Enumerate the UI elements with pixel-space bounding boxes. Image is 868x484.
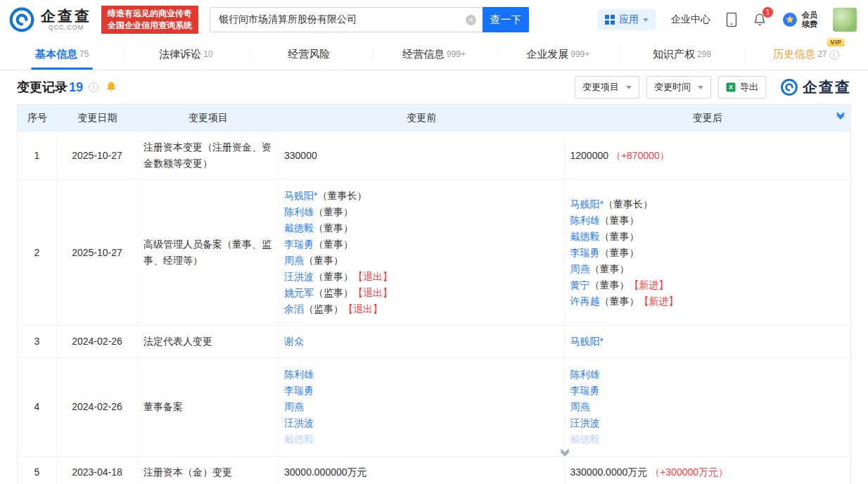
cell-line: 马贱阳*（董事长） xyxy=(284,188,559,204)
change-tag: 【退出】 xyxy=(353,287,392,298)
cell-text: （董事） xyxy=(314,222,353,234)
person-link[interactable]: 李瑞勇 xyxy=(570,247,600,258)
person-link[interactable]: 李瑞勇 xyxy=(570,385,600,396)
phone-icon xyxy=(726,12,737,27)
search-bar: × 查一下 xyxy=(210,7,529,32)
member-star-icon xyxy=(782,12,798,27)
person-link[interactable]: 汪洪波 xyxy=(570,417,600,428)
chevron-down-icon xyxy=(698,86,703,89)
info-icon[interactable]: i xyxy=(829,50,839,60)
person-link[interactable]: 马贱阳* xyxy=(284,190,317,201)
person-link[interactable]: 周燕 xyxy=(570,263,590,274)
tab-basic-info[interactable]: 基本信息 75 xyxy=(0,39,124,70)
table-row: 42024-02-26董事备案陈利雄李瑞勇周燕汪洪波戴德毅陈利雄李瑞勇周燕汪洪波… xyxy=(18,357,850,456)
cell-text: 1200000 xyxy=(570,150,611,161)
person-link[interactable]: 谢众 xyxy=(284,336,304,347)
person-link[interactable]: 周燕 xyxy=(284,255,304,266)
tab-operation[interactable]: 经营信息 999+ xyxy=(372,39,496,70)
cell-after: 陈利雄李瑞勇周燕汪洪波戴德毅 xyxy=(565,358,851,456)
person-link[interactable]: 陈利雄 xyxy=(570,369,600,380)
cell-date: 2025-10-27 xyxy=(57,132,138,179)
subscribe-bell-icon[interactable] xyxy=(105,81,117,94)
person-link[interactable]: 周燕 xyxy=(570,401,590,412)
cell-line: 陈利雄 xyxy=(284,367,559,383)
apps-menu[interactable]: 应用 xyxy=(598,9,656,30)
cell-line: 陈利雄（董事） xyxy=(570,212,845,229)
person-link[interactable]: 李瑞勇 xyxy=(284,385,314,396)
qcc-logo-icon xyxy=(780,78,798,96)
search-button[interactable]: 查一下 xyxy=(483,7,529,32)
export-button[interactable]: X 导出 xyxy=(718,76,766,98)
tab-label: 法律诉讼 xyxy=(159,48,201,61)
person-link[interactable]: 汪洪波 xyxy=(284,271,314,282)
cell-date: 2024-02-26 xyxy=(57,326,138,357)
filter-label: 变更时间 xyxy=(654,81,691,94)
tab-history[interactable]: 历史信息 27 i VIP xyxy=(744,39,868,70)
person-link[interactable]: 姚元军 xyxy=(284,287,314,298)
svg-text:X: X xyxy=(729,84,733,91)
person-link[interactable]: 戴德毅 xyxy=(284,433,314,445)
person-link[interactable]: 黄宁 xyxy=(570,279,590,291)
section-title: 变更记录 xyxy=(17,79,68,96)
person-link[interactable]: 马贱阳* xyxy=(570,198,604,210)
cell-seq: 3 xyxy=(18,326,57,357)
cell-line: 戴德毅（董事） xyxy=(284,220,559,236)
person-link[interactable]: 戴德毅 xyxy=(570,231,600,242)
person-link[interactable]: 陈利雄 xyxy=(284,369,314,380)
apps-label: 应用 xyxy=(619,13,639,26)
person-link[interactable]: 戴德毅 xyxy=(570,433,600,445)
person-link[interactable]: 李瑞勇 xyxy=(284,238,314,250)
notifications-button[interactable]: 1 xyxy=(753,13,767,27)
info-icon[interactable]: i xyxy=(89,82,98,92)
tab-development[interactable]: 企业发展 999+ xyxy=(496,39,620,70)
person-link[interactable]: 余滔 xyxy=(284,303,304,314)
filter-change-time[interactable]: 变更时间 xyxy=(646,76,711,98)
top-header: 企查查 QCC.COM 缔造有远见的商业传奇 全国企业信用查询系统 × 查一下 … xyxy=(0,0,868,39)
cell-line: 戴德毅（董事） xyxy=(570,229,845,245)
enterprise-center-link[interactable]: 企业中心 xyxy=(671,13,710,26)
avatar[interactable] xyxy=(833,8,857,32)
person-link[interactable]: 马贱阳* xyxy=(570,336,604,347)
cell-line: 李瑞勇（董事） xyxy=(284,236,559,253)
excel-icon: X xyxy=(726,82,736,92)
table-row: 52023-04-18注册资本（金）变更30000.000000万元330000… xyxy=(18,456,850,484)
tab-label: 经营信息 xyxy=(402,48,445,61)
person-link[interactable]: 汪洪波 xyxy=(284,417,314,428)
cell-text: （董事长） xyxy=(317,190,366,201)
search-input[interactable] xyxy=(210,8,483,32)
cell-text: 30000.000000万元 xyxy=(284,466,367,478)
filter-change-item[interactable]: 变更项目 xyxy=(575,76,639,98)
cell-text: （董事） xyxy=(314,271,353,282)
person-link[interactable]: 许再越 xyxy=(570,295,600,307)
cell-line: 周燕 xyxy=(284,399,559,415)
tab-risk[interactable]: 经营风险 xyxy=(248,39,372,70)
person-link[interactable]: 戴德毅 xyxy=(284,222,314,234)
col-header-after: 变更后 xyxy=(565,112,851,125)
member-renew-button[interactable]: 会员 续费 xyxy=(782,11,817,29)
cell-seq: 4 xyxy=(18,358,57,456)
brand-logo[interactable]: 企查查 QCC.COM xyxy=(8,6,91,33)
person-link[interactable]: 陈利雄 xyxy=(284,206,314,217)
tab-intellectual-property[interactable]: 知识产权 298 xyxy=(620,39,743,70)
person-link[interactable]: 周燕 xyxy=(284,401,304,412)
cell-text: （董事） xyxy=(600,247,639,258)
cell-item: 法定代表人变更 xyxy=(138,326,279,357)
expand-row-icon[interactable] xyxy=(561,447,568,455)
section-count: 19 xyxy=(69,80,83,95)
cell-line: 李瑞勇（董事） xyxy=(570,245,845,261)
cell-line: 汪洪波（董事）【退出】 xyxy=(284,269,559,285)
slogan-badge: 缔造有远见的商业传奇 全国企业信用查询系统 xyxy=(101,6,198,34)
person-link[interactable]: 陈利雄 xyxy=(570,215,600,226)
collapse-all-icon[interactable] xyxy=(838,110,843,118)
mobile-app-button[interactable] xyxy=(726,12,737,27)
tab-label: 基本信息 xyxy=(35,48,77,61)
qcc-watermark-logo: 企查查 xyxy=(780,77,851,97)
col-header-before: 变更前 xyxy=(279,112,565,125)
tab-label: 历史信息 xyxy=(773,48,815,61)
cell-before: 330000 xyxy=(279,132,565,179)
clear-search-icon[interactable]: × xyxy=(466,15,476,25)
qcc-logo-icon xyxy=(8,6,35,33)
cell-line: 陈利雄（董事） xyxy=(284,204,559,220)
cell-seq: 5 xyxy=(18,457,57,484)
tab-legal[interactable]: 法律诉讼 10 xyxy=(124,39,248,70)
